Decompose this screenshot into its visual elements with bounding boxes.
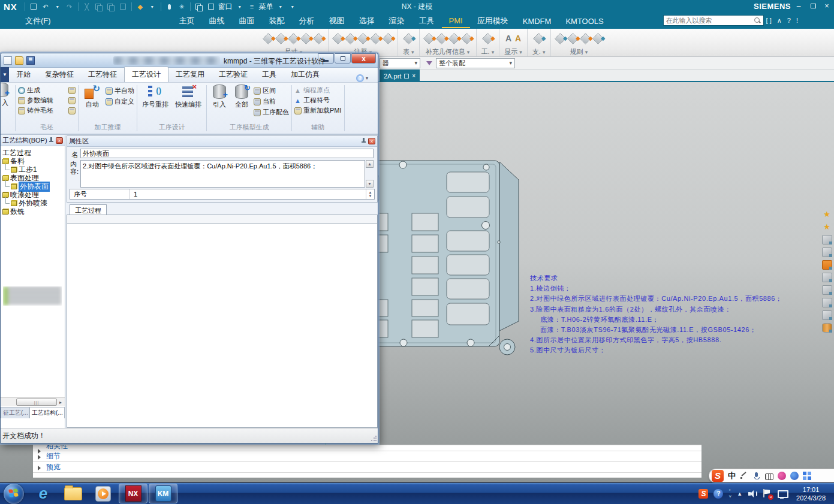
tray-expand-icon[interactable]: ▲ bbox=[737, 491, 742, 497]
voice-input-icon[interactable] bbox=[752, 472, 761, 480]
dtab-process-features[interactable]: 工艺特征 bbox=[81, 67, 124, 82]
volume-icon[interactable] bbox=[748, 489, 757, 499]
scrollbar-thumb[interactable]: ||| bbox=[16, 399, 57, 406]
window-menu[interactable]: 窗口 bbox=[218, 2, 233, 12]
start-button[interactable] bbox=[4, 484, 24, 504]
dtab-start[interactable]: 开始 bbox=[9, 67, 38, 82]
tab-render[interactable]: 渲染 bbox=[382, 14, 412, 28]
taskbar-nx-button[interactable]: NX bbox=[119, 484, 147, 503]
dtab-complex-features[interactable]: 复杂特征 bbox=[38, 67, 81, 82]
rule-icon[interactable] bbox=[592, 32, 603, 44]
annotation-icon[interactable] bbox=[332, 32, 344, 44]
soft-keyboard-icon[interactable] bbox=[765, 473, 773, 480]
skin-icon[interactable] bbox=[778, 472, 786, 480]
rule-icon[interactable] bbox=[554, 32, 565, 44]
name-field[interactable]: 外协表面 bbox=[80, 149, 374, 158]
tab-select[interactable]: 选择 bbox=[352, 14, 382, 28]
pattern-face-icon[interactable]: ★ bbox=[822, 222, 832, 232]
tab-tools[interactable]: 工具 bbox=[412, 14, 442, 28]
window-dropdown-icon[interactable]: ▾ bbox=[235, 2, 245, 11]
taskbar-clock[interactable]: 17:01 2024/3/28 bbox=[793, 485, 829, 502]
rule-icon[interactable] bbox=[567, 32, 578, 44]
row-preview[interactable]: 预览 bbox=[33, 462, 701, 473]
paste-icon[interactable] bbox=[106, 2, 116, 11]
clipped-import-button[interactable]: +引入 bbox=[1, 83, 15, 134]
action-center-icon[interactable] bbox=[763, 489, 772, 499]
parameter-edit-button[interactable]: 参数编辑 bbox=[18, 96, 76, 105]
handwriting-icon[interactable] bbox=[740, 472, 748, 480]
part-list-icon[interactable] bbox=[822, 260, 832, 270]
measure-tool-icon[interactable] bbox=[822, 248, 832, 257]
annotation-icon[interactable] bbox=[370, 32, 381, 44]
dialog-close-button[interactable]: x bbox=[351, 53, 376, 64]
cut-icon[interactable]: ╳ bbox=[82, 2, 92, 11]
group-label-table[interactable]: 表 ▾ bbox=[403, 47, 414, 56]
command-finder-icon[interactable]: ◆ bbox=[136, 2, 145, 11]
support-icon[interactable] bbox=[533, 32, 544, 44]
minimize-ribbon-icon[interactable]: ∧ bbox=[777, 17, 782, 25]
stamp-icon[interactable] bbox=[68, 87, 76, 94]
save-icon[interactable] bbox=[29, 2, 38, 11]
tab-analysis[interactable]: 分析 bbox=[292, 14, 322, 28]
supplemental-geometry-icon[interactable] bbox=[448, 32, 460, 44]
programming-origin-button[interactable]: ▲编程原点 bbox=[294, 86, 342, 95]
table-icon[interactable] bbox=[403, 32, 414, 44]
dialog-restore-button[interactable] bbox=[335, 53, 351, 64]
dialog-corner-arrow-icon[interactable]: ▼ bbox=[1, 67, 9, 82]
taskbar-km-button[interactable]: KM bbox=[149, 484, 177, 503]
scrollbar-right-arrow[interactable]: ▸ bbox=[59, 400, 62, 405]
notification-icon[interactable]: ! bbox=[796, 17, 798, 24]
tab-feature-process[interactable]: 征工艺(... bbox=[1, 407, 29, 418]
renumber-button[interactable]: 序号重排 bbox=[140, 84, 171, 122]
window-icon[interactable] bbox=[206, 2, 216, 11]
tab-home[interactable]: 主页 bbox=[172, 14, 202, 28]
finder-dropdown-icon[interactable]: ▾ bbox=[147, 2, 157, 11]
generate-button[interactable]: 生成 bbox=[18, 86, 76, 95]
scroll-down-icon[interactable]: ▼ bbox=[366, 180, 374, 188]
nx-restore-button[interactable] bbox=[806, 0, 820, 12]
semi-auto-button[interactable]: 半自动 bbox=[106, 86, 134, 95]
tray-help-icon[interactable]: ? bbox=[713, 489, 723, 499]
tab-view[interactable]: 视图 bbox=[322, 14, 352, 28]
cylinder-tool-icon[interactable] bbox=[822, 323, 832, 333]
operation-color-button[interactable]: 工序配色 bbox=[254, 108, 289, 117]
sogou-logo-icon[interactable]: S bbox=[712, 470, 724, 482]
selection-filter-dropdown[interactable]: 器▾ bbox=[380, 58, 420, 68]
dtab-machining-sim[interactable]: 加工仿真 bbox=[284, 67, 327, 82]
table-wrench-icon[interactable] bbox=[822, 298, 832, 307]
range-button[interactable]: 区间 bbox=[254, 86, 289, 95]
group-label-gong[interactable]: 工. ▾ bbox=[481, 47, 495, 56]
current-button[interactable]: 当前 bbox=[254, 97, 289, 106]
fullscreen-icon[interactable]: [ ] bbox=[766, 17, 772, 24]
pin-panel-icon[interactable] bbox=[361, 138, 366, 144]
auto-button[interactable]: 自动 bbox=[81, 84, 104, 122]
dimension-icon[interactable] bbox=[300, 32, 312, 44]
paste-special-icon[interactable] bbox=[118, 2, 128, 11]
all-button[interactable]: ↻全部 bbox=[231, 84, 252, 122]
supplemental-geometry-icon[interactable] bbox=[461, 32, 472, 44]
tray-misc-icon[interactable]: °˅ bbox=[728, 488, 731, 499]
supplemental-geometry-icon[interactable] bbox=[423, 32, 435, 44]
tab-application-module[interactable]: 应用模块 bbox=[470, 14, 516, 28]
shell-tool-icon[interactable] bbox=[822, 310, 832, 320]
taskbar-ie-button[interactable]: e bbox=[29, 484, 58, 503]
dtab-process-design[interactable]: 工艺设计 bbox=[124, 67, 168, 82]
supplemental-geometry-icon[interactable] bbox=[436, 32, 447, 44]
main-menu[interactable]: 菜单 bbox=[259, 2, 273, 12]
process-content-area[interactable] bbox=[67, 224, 378, 428]
annotation-icon[interactable] bbox=[345, 32, 356, 44]
annotation-icon[interactable] bbox=[357, 32, 369, 44]
pin-tab-icon[interactable] bbox=[404, 74, 409, 79]
content-field[interactable]: 2.对图中绿色所示区域进行表面处理镀覆：Cu/Ap.Ni-P20.Ep.Au1.… bbox=[80, 160, 365, 188]
search-input[interactable] bbox=[663, 15, 764, 26]
tree-horizontal-scrollbar[interactable]: ||| ▸ bbox=[1, 397, 65, 406]
close-panel-icon[interactable]: x bbox=[368, 138, 375, 144]
pin-panel-icon[interactable] bbox=[49, 137, 54, 144]
deform-tool-icon[interactable] bbox=[822, 235, 832, 245]
dtab-tools[interactable]: 工具 bbox=[255, 67, 284, 82]
open-document-icon[interactable] bbox=[15, 56, 23, 65]
tree-node-cnc-milling[interactable]: 数铣 bbox=[1, 208, 65, 216]
rule-icon[interactable] bbox=[579, 32, 591, 44]
copy-icon[interactable] bbox=[94, 2, 104, 11]
stamp-icon[interactable] bbox=[68, 107, 76, 114]
